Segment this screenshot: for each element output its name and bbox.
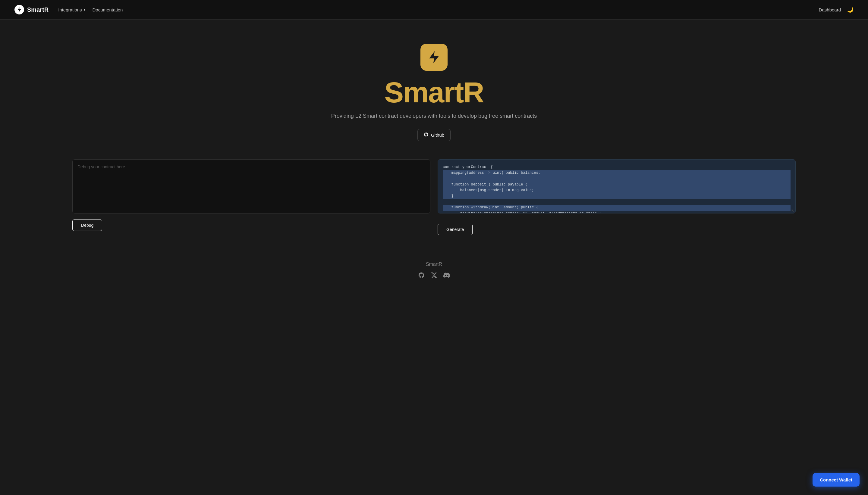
code-content: contract yourContract { mapping(address …: [438, 159, 796, 214]
code-line-3: [443, 176, 790, 182]
nav-right: Dashboard 🌙: [819, 6, 853, 13]
code-editor[interactable]: contract yourContract { mapping(address …: [438, 159, 796, 214]
bolt-icon: [427, 50, 441, 65]
svg-marker-0: [17, 7, 21, 12]
nav-link-integrations[interactable]: Integrations ▾: [58, 7, 85, 12]
footer-discord-icon[interactable]: [443, 272, 450, 280]
hero-logo-container: [421, 44, 447, 71]
hero-subtitle: Providing L2 Smart contract developers w…: [331, 113, 537, 119]
main-content: Debug contract yourContract { mapping(ad…: [0, 159, 868, 235]
footer: SmartR: [0, 247, 868, 304]
code-line-2: mapping(address => uint) public balances…: [443, 170, 790, 176]
footer-twitter-icon[interactable]: [431, 272, 437, 280]
github-label: Github: [431, 133, 444, 138]
code-line-4: function deposit() public payable {: [443, 182, 790, 188]
github-button[interactable]: Github: [417, 129, 451, 141]
nav-dashboard-link[interactable]: Dashboard: [819, 7, 841, 12]
moon-icon: 🌙: [847, 6, 853, 13]
code-line-6: }: [443, 193, 790, 199]
hero-title: SmartR: [384, 78, 484, 107]
svg-marker-1: [429, 51, 439, 63]
nav-link-documentation[interactable]: Documentation: [93, 7, 123, 12]
code-line-9: require(balances[msg.sender] >= _amount,…: [443, 211, 601, 214]
hero-logo-box: [421, 44, 447, 71]
nav-logo[interactable]: SmartR: [15, 5, 49, 15]
chevron-down-icon: ▾: [84, 8, 85, 12]
debug-button[interactable]: Debug: [72, 220, 102, 231]
hero-section: SmartR Providing L2 Smart contract devel…: [0, 20, 868, 159]
code-line-5: balances[msg.sender] += msg.value;: [443, 188, 790, 193]
right-panel: contract yourContract { mapping(address …: [438, 159, 796, 235]
resize-handle-icon[interactable]: ⤡: [791, 208, 794, 212]
footer-icons: [418, 272, 450, 280]
footer-github-icon[interactable]: [418, 272, 425, 280]
theme-toggle-button[interactable]: 🌙: [847, 6, 853, 13]
left-panel: Debug: [72, 159, 430, 235]
code-line-8: function withdraw(uint _amount) public {: [443, 205, 790, 210]
nav-links: Integrations ▾ Documentation: [58, 7, 123, 12]
generate-button[interactable]: Generate: [438, 224, 473, 235]
logo-text: SmartR: [27, 6, 49, 13]
footer-brand: SmartR: [426, 262, 442, 267]
debug-textarea[interactable]: [72, 159, 430, 214]
navbar: SmartR Integrations ▾ Documentation Dash…: [0, 0, 868, 20]
code-line-1: contract yourContract {: [443, 165, 493, 169]
logo-icon: [15, 5, 24, 15]
connect-wallet-button[interactable]: Connect Wallet: [813, 473, 859, 487]
nav-left: SmartR Integrations ▾ Documentation: [15, 5, 123, 15]
github-icon: [424, 132, 429, 138]
